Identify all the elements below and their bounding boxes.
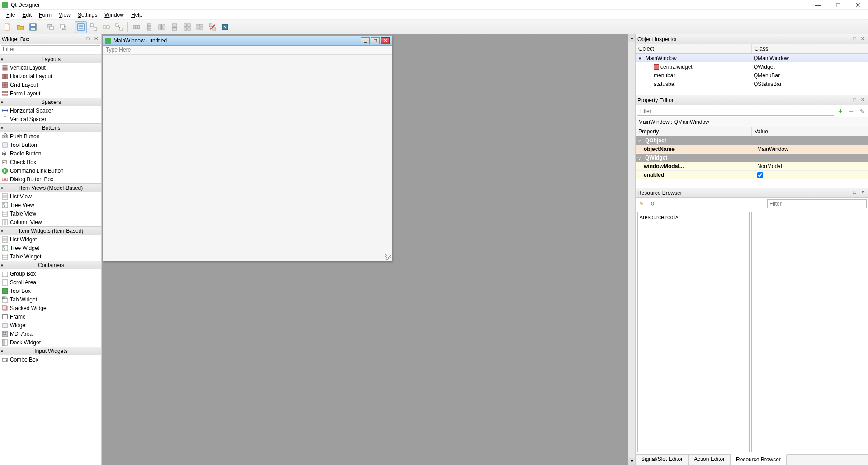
widget-item[interactable]: Tool Box (0, 287, 101, 295)
menu-window[interactable]: Window (101, 11, 127, 19)
category-header[interactable]: vSpacers (0, 98, 101, 106)
widget-item[interactable]: List Widget (0, 235, 101, 244)
widget-item[interactable]: Check Box (0, 158, 101, 166)
object-tree-row[interactable]: centralwidgetQWidget (636, 62, 868, 71)
property-row[interactable]: windowModal...NonModal (636, 162, 868, 171)
layout-vertical-splitter-button[interactable] (169, 21, 180, 33)
resource-root-item[interactable]: <resource root> (640, 214, 747, 221)
form-design-area[interactable]: MainWindow - untitled _ □ ✕ Type Here ▲ … (102, 34, 635, 465)
widget-item[interactable]: Group Box (0, 269, 101, 278)
edit-resources-button[interactable]: ✎ (637, 199, 646, 208)
subwindow-maximize-button[interactable]: □ (371, 37, 380, 44)
minimize-button[interactable]: — (815, 1, 822, 9)
menu-file[interactable]: File (3, 11, 19, 19)
widget-item[interactable]: Vertical Layout (0, 63, 101, 72)
widget-item[interactable]: Stacked Widget (0, 304, 101, 312)
property-row[interactable]: objectNameMainWindow (636, 145, 868, 154)
resize-grip-icon[interactable] (385, 254, 391, 260)
menu-form[interactable]: Form (35, 11, 55, 19)
object-column-header[interactable]: Object (636, 44, 752, 53)
property-group-row[interactable]: vQObject (636, 136, 868, 145)
new-file-button[interactable] (2, 21, 14, 33)
property-checkbox[interactable] (757, 172, 763, 178)
layout-grid-button[interactable] (181, 21, 193, 33)
adjust-size-button[interactable] (219, 21, 231, 33)
close-button[interactable]: ✕ (854, 1, 862, 9)
layout-vertical-button[interactable] (143, 21, 155, 33)
bottom-tab[interactable]: Action Editor (689, 455, 731, 465)
resource-browser-float-button[interactable]: □ (851, 189, 858, 197)
edit-signals-button[interactable] (88, 21, 99, 33)
object-inspector-tree[interactable]: vMainWindowQMainWindowcentralwidgetQWidg… (636, 54, 868, 95)
bring-to-front-button[interactable] (57, 21, 69, 33)
widget-item[interactable]: Dialog Button Box (0, 175, 101, 183)
bottom-tab[interactable]: Signal/Slot Editor (636, 455, 689, 465)
layout-form-button[interactable] (194, 21, 206, 33)
form-menubar-placeholder[interactable]: Type Here (103, 46, 392, 55)
widget-item[interactable]: Horizontal Spacer (0, 106, 101, 115)
object-tree-row[interactable]: statusbarQStatusBar (636, 80, 868, 88)
widget-item[interactable]: Radio Button (0, 149, 101, 158)
layout-horizontal-splitter-button[interactable] (156, 21, 168, 33)
form-subwindow[interactable]: MainWindow - untitled _ □ ✕ Type Here (103, 35, 392, 261)
object-tree-row[interactable]: menubarQMenuBar (636, 71, 868, 80)
category-header[interactable]: vInput Widgets (0, 347, 101, 355)
edit-tab-order-button[interactable] (113, 21, 125, 33)
property-value-column-header[interactable]: Value (752, 127, 868, 136)
remove-dynamic-property-button[interactable]: − (847, 107, 856, 116)
send-to-back-button[interactable] (45, 21, 57, 33)
object-tree-row[interactable]: vMainWindowQMainWindow (636, 54, 868, 62)
widget-box-list[interactable]: vLayoutsVertical LayoutHorizontal Layout… (0, 55, 101, 465)
category-header[interactable]: vItem Widgets (Item-Based) (0, 226, 101, 235)
property-editor-close-button[interactable]: ✕ (859, 97, 866, 104)
menu-view[interactable]: View (55, 11, 74, 19)
property-name-column-header[interactable]: Property (636, 127, 752, 136)
widget-item[interactable]: Command Link Button (0, 166, 101, 175)
add-dynamic-property-button[interactable]: + (836, 107, 845, 116)
widget-item[interactable]: Horizontal Layout (0, 72, 101, 80)
break-layout-button[interactable] (207, 21, 218, 33)
widget-box-close-button[interactable]: ✕ (92, 36, 99, 43)
open-file-button[interactable] (14, 21, 26, 33)
menu-edit[interactable]: Edit (19, 11, 35, 19)
object-inspector-float-button[interactable]: □ (851, 36, 858, 43)
widget-item[interactable]: Column View (0, 218, 101, 226)
widget-item[interactable]: List View (0, 192, 101, 201)
widget-item[interactable]: Table View (0, 209, 101, 218)
layout-horizontal-button[interactable] (131, 21, 142, 33)
category-header[interactable]: vContainers (0, 261, 101, 269)
property-row[interactable]: enabled (636, 171, 868, 179)
property-config-button[interactable]: ✎ (858, 107, 867, 116)
widget-item[interactable]: Scroll Area (0, 278, 101, 287)
property-editor-float-button[interactable]: □ (851, 97, 858, 104)
maximize-button[interactable]: □ (835, 1, 842, 9)
widget-item[interactable]: Grid Layout (0, 80, 101, 89)
widget-item[interactable]: Tree Widget (0, 244, 101, 252)
edit-widgets-button[interactable] (75, 21, 87, 33)
widget-item[interactable]: Vertical Spacer (0, 115, 101, 123)
property-value[interactable] (755, 172, 868, 178)
menu-settings[interactable]: Settings (74, 11, 101, 19)
widget-item[interactable]: Widget (0, 321, 101, 329)
widget-box-filter-input[interactable] (1, 45, 100, 53)
widget-item[interactable]: Form Layout (0, 89, 101, 98)
widget-item[interactable]: MDI Area (0, 329, 101, 338)
resource-browser-close-button[interactable]: ✕ (859, 189, 866, 197)
widget-item[interactable]: Frame (0, 312, 101, 321)
menu-help[interactable]: Help (127, 11, 146, 19)
scroll-up-button[interactable]: ▲ (628, 34, 635, 42)
widget-item[interactable]: OKPush Button (0, 132, 101, 141)
property-editor-filter-input[interactable] (637, 107, 834, 116)
class-column-header[interactable]: Class (752, 44, 868, 53)
object-inspector-close-button[interactable]: ✕ (859, 36, 866, 43)
save-file-button[interactable] (27, 21, 39, 33)
form-canvas[interactable]: Type Here (103, 46, 392, 261)
form-subwindow-titlebar[interactable]: MainWindow - untitled _ □ ✕ (103, 36, 392, 46)
property-group-row[interactable]: vQWidget (636, 154, 868, 162)
category-header[interactable]: vLayouts (0, 55, 101, 63)
widget-item[interactable]: Tool Button (0, 141, 101, 149)
resource-browser-filter-input[interactable] (767, 199, 867, 208)
widget-item[interactable]: Dock Widget (0, 338, 101, 347)
widget-box-float-button[interactable]: □ (84, 36, 91, 43)
widget-item[interactable]: Tree View (0, 201, 101, 209)
